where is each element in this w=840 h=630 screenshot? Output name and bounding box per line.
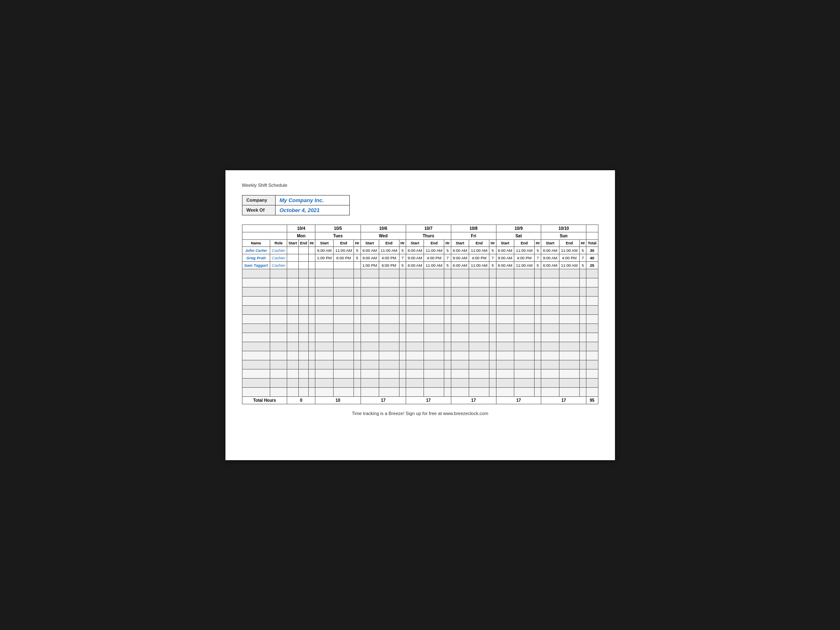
empty-cell [379,369,399,378]
empty-cell [444,351,451,360]
empty-cell [298,342,308,351]
schedule-cell: 6:00 PM [379,261,399,269]
empty-cell [496,333,514,342]
empty-cell [308,269,315,278]
footer-text: Time tracking is a Breeze! Sign up for f… [242,411,598,416]
empty-cell [469,296,489,305]
empty-cell [579,287,586,296]
employee-name: Sam Taggart [242,261,270,269]
empty-cell [287,287,299,296]
col-wed-end: End [379,239,399,246]
empty-cell [514,314,534,323]
empty-cell [379,387,399,396]
empty-cell [586,278,598,287]
empty-cell [298,387,308,396]
empty-cell [451,369,469,378]
empty-cell [424,287,444,296]
empty-cell [270,287,287,296]
empty-cell [315,269,334,278]
empty-cell [424,342,444,351]
col-mon-end: End [298,239,308,246]
schedule-cell: 11:00 AM [469,246,489,254]
empty-cell [469,278,489,287]
empty-cell [270,360,287,369]
empty-cell [334,387,354,396]
header-day-sun: Sun [541,232,586,239]
empty-cell [514,333,534,342]
empty-cell [496,278,514,287]
empty-cell [541,351,559,360]
empty-cell [579,360,586,369]
empty-cell [535,378,541,387]
schedule-cell [287,261,299,269]
empty-cell [399,360,406,369]
header-day-fri: Fri [451,232,496,239]
empty-cell [496,269,514,278]
empty-cell [379,305,399,314]
empty-cell [399,387,406,396]
empty-cell [444,287,451,296]
empty-cell [541,278,559,287]
empty-cell [451,305,469,314]
empty-cell [444,360,451,369]
empty-cell [334,351,354,360]
empty-cell [361,369,379,378]
empty-cell [535,333,541,342]
empty-cell [451,287,469,296]
empty-cell [406,305,424,314]
empty-cell [287,269,299,278]
schedule-cell: 11:00 AM [379,246,399,254]
empty-cell [535,342,541,351]
empty-cell [242,296,270,305]
empty-cell [424,333,444,342]
empty-cell [451,333,469,342]
empty-cell [469,378,489,387]
employee-role: Cashier [270,246,287,254]
empty-cell [489,305,496,314]
empty-cell [424,278,444,287]
empty-cell [287,333,299,342]
empty-cell [379,333,399,342]
empty-cell [298,351,308,360]
empty-cell [514,323,534,333]
schedule-cell: 5 [579,261,586,269]
empty-cell [270,378,287,387]
empty-cell [579,369,586,378]
empty-cell [298,287,308,296]
empty-cell [541,305,559,314]
empty-cell [308,333,315,342]
empty-cell [406,323,424,333]
empty-cell [424,314,444,323]
schedule-cell: 11:00 AM [334,246,354,254]
schedule-cell: 1:00 PM [361,261,379,269]
empty-cell [354,287,361,296]
empty-cell [451,278,469,287]
empty-cell [444,278,451,287]
empty-cell [406,278,424,287]
col-role: Role [270,239,287,246]
empty-cell [334,314,354,323]
empty-cell [514,269,534,278]
day-total: 17 [451,396,496,404]
empty-cell [489,351,496,360]
empty-cell [308,305,315,314]
empty-cell [559,278,579,287]
schedule-cell: 4:00 PM [559,254,579,261]
empty-cell [469,369,489,378]
schedule-cell: 9:00 AM [451,254,469,261]
empty-cell [379,360,399,369]
schedule-cell: 5 [489,261,496,269]
header-date-sat: 10/9 [496,224,541,232]
schedule-cell: 6:00 AM [451,261,469,269]
employee-total: 30 [586,246,598,254]
schedule-cell [334,261,354,269]
empty-cell [535,296,541,305]
empty-cell [489,369,496,378]
empty-cell [354,387,361,396]
empty-cell [586,387,598,396]
header-date-tues: 10/5 [315,224,361,232]
col-fri-hr: Hr [489,239,496,246]
empty-cell [586,323,598,333]
header-empty-2 [586,224,598,232]
empty-cell [559,351,579,360]
